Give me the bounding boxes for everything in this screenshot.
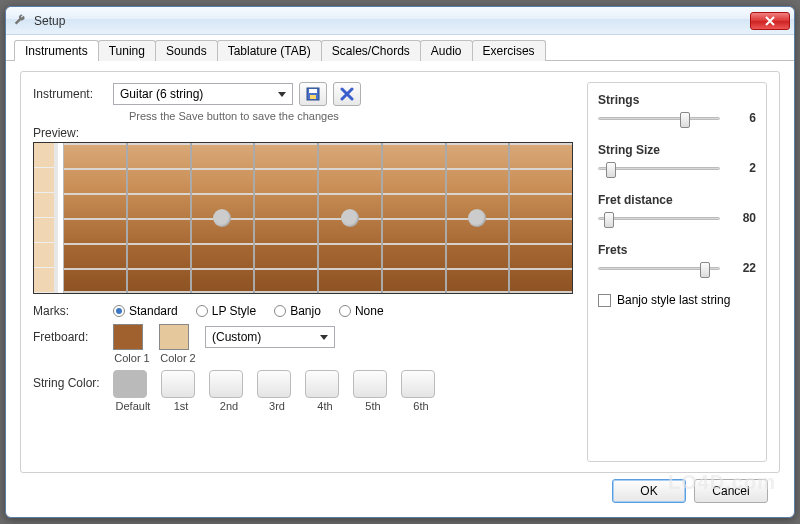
fretdist-slider[interactable] [598, 217, 720, 220]
color-6th[interactable]: 6th [401, 370, 441, 412]
slider-title: String Size [598, 143, 756, 157]
tab-strip: Instruments Tuning Sounds Tablature (TAB… [6, 35, 794, 61]
tab-label: Scales/Chords [332, 44, 410, 58]
stringcolor-row: String Color: Default 1st 2nd 3rd 4th 5t… [33, 370, 573, 412]
color-box-icon [305, 370, 339, 398]
tab-label: Exercises [483, 44, 535, 58]
svg-rect-1 [309, 89, 317, 93]
swatch-label: Color 1 [114, 352, 149, 364]
instrument-dropdown[interactable]: Guitar (6 string) [113, 83, 293, 105]
swatch-label: 4th [317, 400, 332, 412]
strings-slider[interactable] [598, 117, 720, 120]
marks-radio-group: Standard LP Style Banjo None [113, 304, 384, 318]
radio-icon [339, 305, 351, 317]
fret-3 [192, 143, 256, 293]
color1-swatch[interactable]: Color 1 [113, 324, 151, 364]
tab-instruments[interactable]: Instruments [14, 40, 99, 61]
fretboard-preset-dropdown[interactable]: (Custom) [205, 326, 335, 348]
slider-thumb-icon [606, 162, 616, 178]
tab-exercises[interactable]: Exercises [472, 40, 546, 61]
titlebar[interactable]: Setup [6, 7, 794, 35]
right-column: Strings 6 String Size 2 Fret distance [587, 82, 767, 462]
frets-slider[interactable] [598, 267, 720, 270]
instruments-panel: Instrument: Guitar (6 string) Press the … [20, 71, 780, 473]
caret-down-icon [278, 92, 286, 97]
save-icon [305, 86, 321, 102]
swatch-label: 3rd [269, 400, 285, 412]
tab-sounds[interactable]: Sounds [155, 40, 218, 61]
fret-2 [128, 143, 192, 293]
stringcolor-label: String Color: [33, 370, 113, 390]
fretdist-value: 80 [732, 211, 756, 225]
ok-button[interactable]: OK [612, 479, 686, 503]
fret-8 [510, 143, 572, 293]
color-box-icon [353, 370, 387, 398]
save-button[interactable] [299, 82, 327, 106]
marks-label: Marks: [33, 304, 113, 318]
wrench-icon [12, 13, 28, 29]
tab-tablature[interactable]: Tablature (TAB) [217, 40, 322, 61]
marks-row: Marks: Standard LP Style Banjo None [33, 304, 573, 318]
color-4th[interactable]: 4th [305, 370, 345, 412]
x-icon [340, 87, 354, 101]
swatch-label: 1st [174, 400, 189, 412]
color-5th[interactable]: 5th [353, 370, 393, 412]
radio-standard[interactable]: Standard [113, 304, 178, 318]
color-1st[interactable]: 1st [161, 370, 201, 412]
swatch-label: 2nd [220, 400, 238, 412]
fretboard-row: Fretboard: Color 1 Color 2 (Custom) [33, 324, 573, 364]
color2-swatch[interactable]: Color 2 [159, 324, 197, 364]
color-box-icon [209, 370, 243, 398]
fret-4 [255, 143, 319, 293]
close-button[interactable] [750, 12, 790, 30]
color-box-icon [161, 370, 195, 398]
button-label: OK [640, 484, 657, 498]
radio-lpstyle[interactable]: LP Style [196, 304, 256, 318]
radio-banjo[interactable]: Banjo [274, 304, 321, 318]
radio-none[interactable]: None [339, 304, 384, 318]
radio-icon [196, 305, 208, 317]
fretboard-nut [34, 143, 58, 293]
banjo-checkbox-label: Banjo style last string [617, 293, 730, 307]
fret-6 [383, 143, 447, 293]
radio-icon [274, 305, 286, 317]
color-2nd[interactable]: 2nd [209, 370, 249, 412]
dialog-footer: OK Cancel [20, 473, 780, 509]
delete-button[interactable] [333, 82, 361, 106]
frets-value: 22 [732, 261, 756, 275]
close-icon [765, 16, 775, 26]
cancel-button[interactable]: Cancel [694, 479, 768, 503]
instrument-label: Instrument: [33, 87, 113, 101]
radio-icon [113, 305, 125, 317]
slider-thumb-icon [700, 262, 710, 278]
slider-thumb-icon [680, 112, 690, 128]
fret-marker-dot [468, 209, 486, 227]
setup-dialog: Setup Instruments Tuning Sounds Tablatur… [5, 6, 795, 518]
color-default[interactable]: Default [113, 370, 153, 412]
fret-1 [64, 143, 128, 293]
swatch-label: Color 2 [160, 352, 195, 364]
radio-label: Standard [129, 304, 178, 318]
tab-scales[interactable]: Scales/Chords [321, 40, 421, 61]
tab-audio[interactable]: Audio [420, 40, 473, 61]
strings-value: 6 [732, 111, 756, 125]
slider-title: Fret distance [598, 193, 756, 207]
content-area: Instrument: Guitar (6 string) Press the … [6, 61, 794, 517]
tab-tuning[interactable]: Tuning [98, 40, 156, 61]
svg-rect-2 [310, 95, 316, 99]
tab-label: Tablature (TAB) [228, 44, 311, 58]
button-label: Cancel [712, 484, 749, 498]
stringsize-slider[interactable] [598, 167, 720, 170]
color-box-icon [113, 370, 147, 398]
color-3rd[interactable]: 3rd [257, 370, 297, 412]
fret-marker-dot [341, 209, 359, 227]
strings-slider-group: Strings 6 [598, 93, 756, 125]
banjo-checkbox-row[interactable]: Banjo style last string [598, 293, 756, 307]
left-column: Instrument: Guitar (6 string) Press the … [33, 82, 573, 462]
frets-slider-group: Frets 22 [598, 243, 756, 275]
slider-title: Strings [598, 93, 756, 107]
caret-down-icon [320, 335, 328, 340]
slider-thumb-icon [604, 212, 614, 228]
tab-label: Audio [431, 44, 462, 58]
preview-label: Preview: [33, 126, 573, 140]
